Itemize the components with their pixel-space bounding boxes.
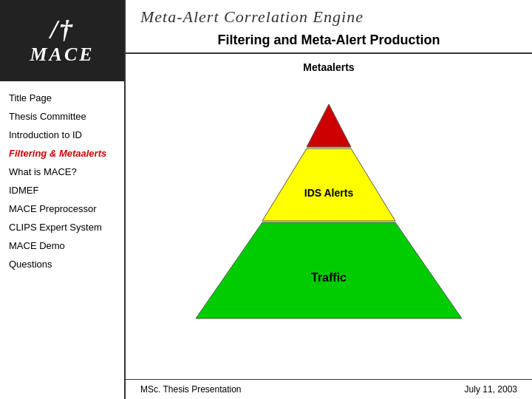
pyramid-svg: Traffic IDS Alerts xyxy=(188,82,469,333)
sidebar-item-clips-expert-system[interactable]: CLIPS Expert System xyxy=(0,218,124,236)
logo-box: /† MACE xyxy=(0,0,124,81)
nav-menu: Title PageThesis CommitteeIntroduction t… xyxy=(0,81,124,281)
content-area: Metaalerts Traffic IDS Alerts xyxy=(126,54,532,379)
ids-alerts-label: IDS Alerts xyxy=(304,187,354,199)
sidebar-item-mace-demo[interactable]: MACE Demo xyxy=(0,236,124,255)
main-content: Meta-Alert Correlation Engine Filtering … xyxy=(126,0,532,399)
footer-left: MSc. Thesis Presentation xyxy=(140,384,242,395)
sidebar-item-thesis-committee[interactable]: Thesis Committee xyxy=(0,107,124,126)
sidebar-item-filtering-metaalerts[interactable]: Filtering & Metaalerts xyxy=(0,144,124,163)
app-title: Meta-Alert Correlation Engine xyxy=(140,7,517,27)
footer: MSc. Thesis Presentation July 11, 2003 xyxy=(126,379,532,399)
metaalerts-label: Metaalerts xyxy=(303,61,354,73)
mace-logo: /† MACE xyxy=(30,16,94,66)
sidebar-item-intro-to-id[interactable]: Introduction to ID xyxy=(0,126,124,144)
sidebar-item-questions[interactable]: Questions xyxy=(0,255,124,273)
slash-icon: /† xyxy=(30,16,94,43)
sidebar-item-title-page[interactable]: Title Page xyxy=(0,89,124,107)
header: Meta-Alert Correlation Engine Filtering … xyxy=(126,0,532,54)
footer-right: July 11, 2003 xyxy=(465,384,517,395)
logo-text: MACE xyxy=(30,44,94,65)
page-title: Filtering and Meta-Alert Production xyxy=(140,33,517,48)
traffic-label: Traffic xyxy=(311,271,347,284)
pyramid-middle xyxy=(262,149,395,221)
pyramid-top xyxy=(307,104,351,147)
sidebar-item-idmef[interactable]: IDMEF xyxy=(0,181,124,200)
sidebar-item-mace-preprocessor[interactable]: MACE Preprocessor xyxy=(0,200,124,218)
sidebar-item-what-is-mace[interactable]: What is MACE? xyxy=(0,163,124,181)
sidebar: /† MACE Title PageThesis CommitteeIntrod… xyxy=(0,0,126,399)
pyramid-diagram: Traffic IDS Alerts xyxy=(188,82,469,333)
pyramid-bottom xyxy=(196,222,462,318)
